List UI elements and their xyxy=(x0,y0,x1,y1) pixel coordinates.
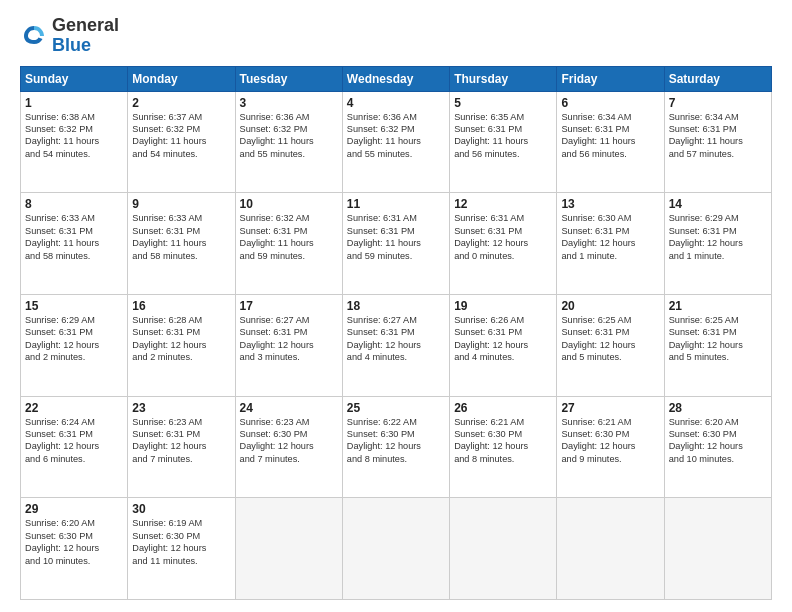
day-number: 13 xyxy=(561,197,659,211)
calendar-cell: 13Sunrise: 6:30 AMSunset: 6:31 PMDayligh… xyxy=(557,193,664,295)
day-number: 18 xyxy=(347,299,445,313)
logo: General Blue xyxy=(20,16,119,56)
logo-icon xyxy=(20,22,48,50)
calendar-cell: 26Sunrise: 6:21 AMSunset: 6:30 PMDayligh… xyxy=(450,396,557,498)
calendar-cell: 5Sunrise: 6:35 AMSunset: 6:31 PMDaylight… xyxy=(450,91,557,193)
day-info: Sunrise: 6:24 AMSunset: 6:31 PMDaylight:… xyxy=(25,416,123,466)
calendar-cell: 30Sunrise: 6:19 AMSunset: 6:30 PMDayligh… xyxy=(128,498,235,600)
calendar-cell: 14Sunrise: 6:29 AMSunset: 6:31 PMDayligh… xyxy=(664,193,771,295)
day-info: Sunrise: 6:27 AMSunset: 6:31 PMDaylight:… xyxy=(347,314,445,364)
day-number: 26 xyxy=(454,401,552,415)
calendar-table: SundayMondayTuesdayWednesdayThursdayFrid… xyxy=(20,66,772,600)
day-info: Sunrise: 6:25 AMSunset: 6:31 PMDaylight:… xyxy=(669,314,767,364)
day-info: Sunrise: 6:35 AMSunset: 6:31 PMDaylight:… xyxy=(454,111,552,161)
day-info: Sunrise: 6:31 AMSunset: 6:31 PMDaylight:… xyxy=(347,212,445,262)
day-header-thursday: Thursday xyxy=(450,66,557,91)
day-info: Sunrise: 6:23 AMSunset: 6:31 PMDaylight:… xyxy=(132,416,230,466)
day-number: 1 xyxy=(25,96,123,110)
calendar-cell: 17Sunrise: 6:27 AMSunset: 6:31 PMDayligh… xyxy=(235,294,342,396)
day-info: Sunrise: 6:19 AMSunset: 6:30 PMDaylight:… xyxy=(132,517,230,567)
calendar-cell: 27Sunrise: 6:21 AMSunset: 6:30 PMDayligh… xyxy=(557,396,664,498)
calendar-cell: 20Sunrise: 6:25 AMSunset: 6:31 PMDayligh… xyxy=(557,294,664,396)
day-number: 15 xyxy=(25,299,123,313)
calendar-cell: 23Sunrise: 6:23 AMSunset: 6:31 PMDayligh… xyxy=(128,396,235,498)
day-number: 25 xyxy=(347,401,445,415)
calendar-cell: 11Sunrise: 6:31 AMSunset: 6:31 PMDayligh… xyxy=(342,193,449,295)
day-number: 21 xyxy=(669,299,767,313)
day-header-wednesday: Wednesday xyxy=(342,66,449,91)
calendar-cell: 19Sunrise: 6:26 AMSunset: 6:31 PMDayligh… xyxy=(450,294,557,396)
day-header-tuesday: Tuesday xyxy=(235,66,342,91)
day-number: 5 xyxy=(454,96,552,110)
calendar-cell: 15Sunrise: 6:29 AMSunset: 6:31 PMDayligh… xyxy=(21,294,128,396)
calendar-cell: 29Sunrise: 6:20 AMSunset: 6:30 PMDayligh… xyxy=(21,498,128,600)
day-info: Sunrise: 6:27 AMSunset: 6:31 PMDaylight:… xyxy=(240,314,338,364)
day-info: Sunrise: 6:33 AMSunset: 6:31 PMDaylight:… xyxy=(25,212,123,262)
day-info: Sunrise: 6:36 AMSunset: 6:32 PMDaylight:… xyxy=(240,111,338,161)
day-number: 3 xyxy=(240,96,338,110)
calendar-cell xyxy=(342,498,449,600)
day-number: 4 xyxy=(347,96,445,110)
day-info: Sunrise: 6:25 AMSunset: 6:31 PMDaylight:… xyxy=(561,314,659,364)
page: General Blue SundayMondayTuesdayWednesda… xyxy=(0,0,792,612)
day-number: 19 xyxy=(454,299,552,313)
calendar-cell: 9Sunrise: 6:33 AMSunset: 6:31 PMDaylight… xyxy=(128,193,235,295)
logo-blue: Blue xyxy=(52,35,91,55)
day-number: 27 xyxy=(561,401,659,415)
calendar-cell: 18Sunrise: 6:27 AMSunset: 6:31 PMDayligh… xyxy=(342,294,449,396)
day-info: Sunrise: 6:29 AMSunset: 6:31 PMDaylight:… xyxy=(669,212,767,262)
day-info: Sunrise: 6:20 AMSunset: 6:30 PMDaylight:… xyxy=(25,517,123,567)
calendar-cell: 3Sunrise: 6:36 AMSunset: 6:32 PMDaylight… xyxy=(235,91,342,193)
day-number: 12 xyxy=(454,197,552,211)
calendar-cell: 6Sunrise: 6:34 AMSunset: 6:31 PMDaylight… xyxy=(557,91,664,193)
day-info: Sunrise: 6:37 AMSunset: 6:32 PMDaylight:… xyxy=(132,111,230,161)
calendar-week-row: 29Sunrise: 6:20 AMSunset: 6:30 PMDayligh… xyxy=(21,498,772,600)
day-info: Sunrise: 6:34 AMSunset: 6:31 PMDaylight:… xyxy=(669,111,767,161)
calendar-cell: 1Sunrise: 6:38 AMSunset: 6:32 PMDaylight… xyxy=(21,91,128,193)
day-number: 16 xyxy=(132,299,230,313)
calendar-cell: 8Sunrise: 6:33 AMSunset: 6:31 PMDaylight… xyxy=(21,193,128,295)
calendar-cell: 21Sunrise: 6:25 AMSunset: 6:31 PMDayligh… xyxy=(664,294,771,396)
day-number: 8 xyxy=(25,197,123,211)
day-info: Sunrise: 6:26 AMSunset: 6:31 PMDaylight:… xyxy=(454,314,552,364)
day-info: Sunrise: 6:28 AMSunset: 6:31 PMDaylight:… xyxy=(132,314,230,364)
calendar-cell: 24Sunrise: 6:23 AMSunset: 6:30 PMDayligh… xyxy=(235,396,342,498)
calendar-week-row: 8Sunrise: 6:33 AMSunset: 6:31 PMDaylight… xyxy=(21,193,772,295)
day-number: 11 xyxy=(347,197,445,211)
day-info: Sunrise: 6:21 AMSunset: 6:30 PMDaylight:… xyxy=(561,416,659,466)
day-info: Sunrise: 6:22 AMSunset: 6:30 PMDaylight:… xyxy=(347,416,445,466)
calendar-cell: 28Sunrise: 6:20 AMSunset: 6:30 PMDayligh… xyxy=(664,396,771,498)
day-info: Sunrise: 6:38 AMSunset: 6:32 PMDaylight:… xyxy=(25,111,123,161)
day-number: 10 xyxy=(240,197,338,211)
day-info: Sunrise: 6:23 AMSunset: 6:30 PMDaylight:… xyxy=(240,416,338,466)
calendar-cell: 2Sunrise: 6:37 AMSunset: 6:32 PMDaylight… xyxy=(128,91,235,193)
day-number: 17 xyxy=(240,299,338,313)
day-number: 7 xyxy=(669,96,767,110)
day-number: 2 xyxy=(132,96,230,110)
day-info: Sunrise: 6:34 AMSunset: 6:31 PMDaylight:… xyxy=(561,111,659,161)
calendar-cell: 25Sunrise: 6:22 AMSunset: 6:30 PMDayligh… xyxy=(342,396,449,498)
day-info: Sunrise: 6:32 AMSunset: 6:31 PMDaylight:… xyxy=(240,212,338,262)
calendar-week-row: 22Sunrise: 6:24 AMSunset: 6:31 PMDayligh… xyxy=(21,396,772,498)
day-number: 14 xyxy=(669,197,767,211)
calendar-cell: 12Sunrise: 6:31 AMSunset: 6:31 PMDayligh… xyxy=(450,193,557,295)
logo-general: General xyxy=(52,15,119,35)
day-info: Sunrise: 6:33 AMSunset: 6:31 PMDaylight:… xyxy=(132,212,230,262)
day-header-monday: Monday xyxy=(128,66,235,91)
day-number: 24 xyxy=(240,401,338,415)
calendar-week-row: 15Sunrise: 6:29 AMSunset: 6:31 PMDayligh… xyxy=(21,294,772,396)
calendar-cell: 4Sunrise: 6:36 AMSunset: 6:32 PMDaylight… xyxy=(342,91,449,193)
day-number: 20 xyxy=(561,299,659,313)
calendar-week-row: 1Sunrise: 6:38 AMSunset: 6:32 PMDaylight… xyxy=(21,91,772,193)
day-number: 29 xyxy=(25,502,123,516)
calendar-cell xyxy=(450,498,557,600)
day-number: 23 xyxy=(132,401,230,415)
day-number: 30 xyxy=(132,502,230,516)
calendar-cell xyxy=(235,498,342,600)
day-info: Sunrise: 6:29 AMSunset: 6:31 PMDaylight:… xyxy=(25,314,123,364)
day-info: Sunrise: 6:30 AMSunset: 6:31 PMDaylight:… xyxy=(561,212,659,262)
calendar-cell xyxy=(664,498,771,600)
calendar-cell: 7Sunrise: 6:34 AMSunset: 6:31 PMDaylight… xyxy=(664,91,771,193)
calendar-cell: 22Sunrise: 6:24 AMSunset: 6:31 PMDayligh… xyxy=(21,396,128,498)
day-info: Sunrise: 6:20 AMSunset: 6:30 PMDaylight:… xyxy=(669,416,767,466)
